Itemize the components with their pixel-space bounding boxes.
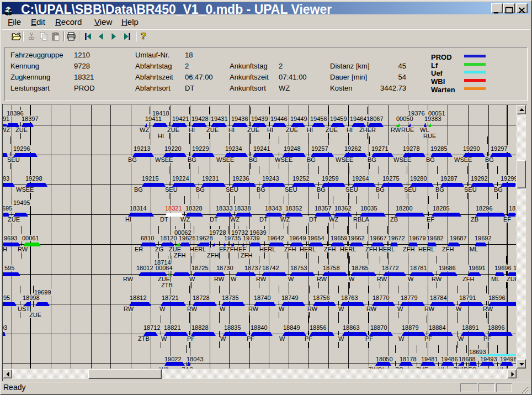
svg-text:?: ? bbox=[141, 32, 146, 41]
svg-text:M: M bbox=[7, 8, 8, 11]
